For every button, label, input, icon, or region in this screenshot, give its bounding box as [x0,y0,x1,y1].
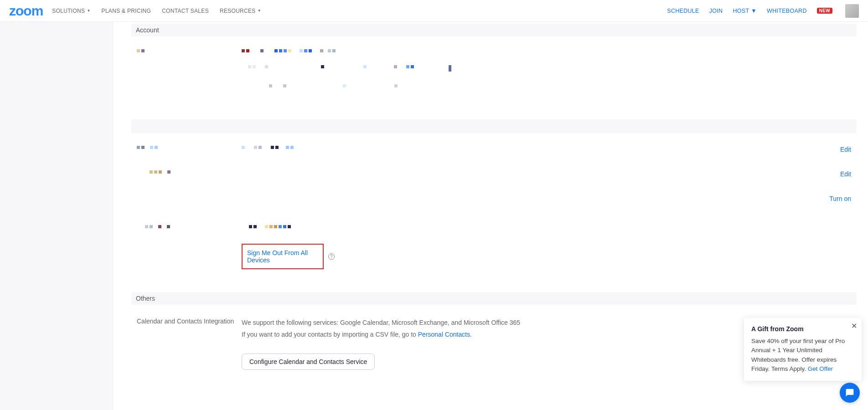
nav-host-label: HOST [733,8,749,14]
signout-row: Sign Me Out From All Devices ? [242,244,851,269]
nav-left: SOLUTIONS ▼ PLANS & PRICING CONTACT SALE… [52,8,261,14]
redacted-label [137,49,242,52]
get-offer-link[interactable]: Get Offer [808,365,833,372]
account-subsection-body: Edit Edit [131,133,857,283]
close-icon[interactable]: ✕ [851,323,857,330]
account-row-2: Edit [137,166,851,182]
redacted-label [137,146,242,149]
avatar[interactable] [845,4,859,18]
edit-button-1[interactable]: Edit [840,146,851,153]
chat-icon [845,388,854,397]
nav-host[interactable]: HOST ▼ [733,8,757,14]
account-section-body [131,36,857,118]
help-icon[interactable]: ? [328,253,335,260]
account-row-4 [137,220,851,233]
nav-resources-label: RESOURCES [220,8,256,14]
chevron-down-icon: ▼ [87,9,90,13]
chat-bubble-button[interactable] [840,383,860,403]
nav-resources[interactable]: RESOURCES ▼ [220,8,261,14]
personal-contacts-link[interactable]: Personal Contacts [418,331,470,338]
account-row-1: Edit [137,141,851,158]
calendar-import-suffix: . [470,331,472,338]
nav-contact-sales[interactable]: CONTACT SALES [162,8,209,14]
nav-join[interactable]: JOIN [709,8,723,14]
redacted-value [242,49,851,87]
nav-whiteboard[interactable]: WHITEBOARD [767,8,807,14]
redacted-label [137,170,242,174]
account-section-header: Account [131,24,857,36]
others-section-header: Others [131,292,857,305]
turn-on-button[interactable]: Turn on [829,195,851,202]
redacted-value [242,146,806,149]
edit-button-2[interactable]: Edit [840,170,851,178]
promo-popup: ✕ A Gift from Zoom Save 40% off your fir… [744,318,862,381]
configure-calendar-button[interactable]: Configure Calendar and Contacts Service [242,354,375,370]
nav-whiteboard-label: WHITEBOARD [767,8,807,14]
new-badge: NEW [817,8,832,14]
account-row-redacted [137,45,851,92]
promo-title: A Gift from Zoom [751,324,854,334]
nav-contact-label: CONTACT SALES [162,8,209,14]
zoom-logo-text: zoom [9,3,43,19]
top-header: zoom SOLUTIONS ▼ PLANS & PRICING CONTACT… [0,0,868,22]
redacted-value [242,225,851,228]
promo-body: Save 40% off your first year of Pro Annu… [751,337,854,374]
account-row-3: Turn on [137,190,851,207]
sign-out-all-devices-button[interactable]: Sign Me Out From All Devices [242,244,324,269]
nav-solutions[interactable]: SOLUTIONS ▼ [52,8,90,14]
calendar-integration-label: Calendar and Contacts Integration [137,318,242,325]
nav-right: SCHEDULE JOIN HOST ▼ WHITEBOARD NEW [667,4,859,18]
left-sidebar [0,22,113,410]
nav-plans-pricing[interactable]: PLANS & PRICING [102,8,151,14]
nav-schedule[interactable]: SCHEDULE [667,8,699,14]
redacted-label [137,225,242,228]
nav-solutions-label: SOLUTIONS [52,8,85,14]
calendar-import-prefix: If you want to add your contacts by impo… [242,331,418,338]
chevron-down-icon: ▼ [751,8,757,14]
zoom-logo[interactable]: zoom [9,3,43,19]
nav-plans-label: PLANS & PRICING [102,8,151,14]
chevron-down-icon: ▼ [258,9,261,13]
account-subsection-header [131,119,857,133]
